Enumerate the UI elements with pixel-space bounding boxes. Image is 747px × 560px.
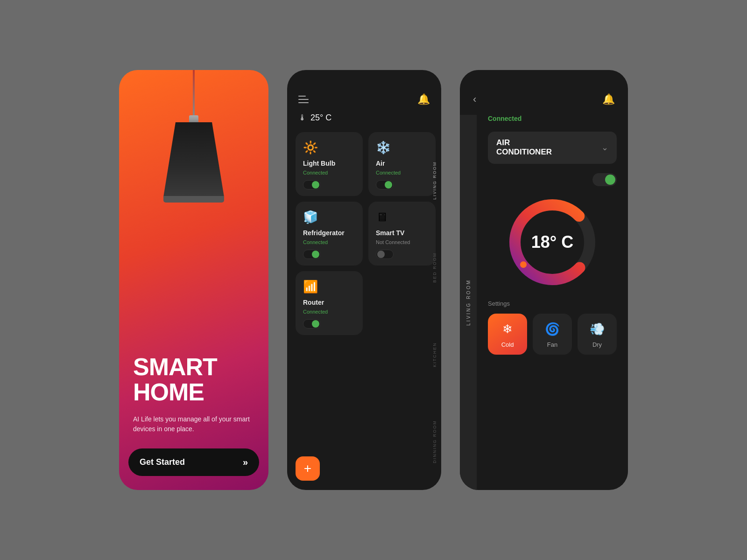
air-toggle[interactable]	[376, 180, 394, 189]
device-row-2: 🧊 Refridgerator Connected 🖥 Smart TV Not…	[296, 202, 436, 266]
light-bulb-status: Connected	[303, 170, 355, 175]
router-toggle[interactable]	[303, 319, 321, 329]
air-icon: ❄️	[376, 140, 428, 155]
get-started-button[interactable]: Get Started »	[128, 448, 259, 476]
get-started-container: Get Started »	[128, 448, 259, 476]
back-button[interactable]: ‹	[473, 93, 476, 105]
thermometer-icon: 🌡	[298, 113, 307, 123]
power-knob	[605, 175, 615, 185]
hamburger-line2	[298, 99, 309, 100]
dry-icon: 💨	[590, 322, 605, 336]
refrigerator-toggle[interactable]	[303, 250, 321, 259]
connection-status: Connected	[488, 115, 617, 122]
smart-tv-status: Not Connected	[376, 239, 428, 245]
hamburger-line1	[298, 96, 306, 97]
power-toggle[interactable]	[592, 173, 617, 186]
router-name: Router	[303, 299, 355, 306]
title-line2: HOME	[133, 378, 204, 406]
settings-title: Settings	[488, 300, 617, 307]
air-name: Air	[376, 160, 428, 167]
gauge-temperature-label: 18° C	[531, 232, 573, 252]
cold-icon: ❄	[502, 322, 513, 336]
router-card[interactable]: 📶 Router Connected	[296, 271, 363, 335]
hamburger-line3	[298, 102, 309, 103]
lamp-bottom	[163, 196, 224, 203]
dry-mode-card[interactable]: 💨 Dry	[578, 314, 617, 355]
phone1-smart-home: SMART HOME AI Life lets you manage all o…	[119, 70, 268, 490]
light-bulb-knob	[312, 181, 319, 189]
phone3-content: Connected AIRCONDITIONER ⌄	[477, 115, 628, 490]
router-icon: 📶	[303, 280, 355, 294]
notification-icon[interactable]: 🔔	[417, 93, 430, 105]
light-bulb-name: Light Bulb	[303, 160, 355, 167]
fan-label: Fan	[547, 341, 557, 348]
temperature-value: 25° C	[310, 113, 331, 123]
air-status: Connected	[376, 170, 428, 175]
phone3-header: ‹ 🔔	[460, 70, 628, 115]
fan-mode-card[interactable]: 🌀 Fan	[533, 314, 572, 355]
phone2-main-area: 🔆 Light Bulb Connected ❄️ Air Connected	[287, 132, 441, 490]
refrigerator-status: Connected	[303, 239, 355, 245]
room-sidebar: LIVING ROOM BED ROOM KITCHEN DINNING ROO…	[428, 132, 441, 490]
lamp-shade	[163, 122, 224, 197]
air-knob	[385, 181, 392, 189]
smart-tv-card[interactable]: 🖥 Smart TV Not Connected	[368, 202, 436, 266]
title-line1: SMART	[133, 353, 217, 380]
arrow-icon: »	[243, 457, 248, 468]
cold-mode-card[interactable]: ❄ Cold	[488, 314, 527, 355]
refrigerator-knob	[312, 251, 319, 258]
phone3-main: LIVING ROOM Connected AIRCONDITIONER ⌄	[460, 115, 628, 490]
phone3-ac-control: ‹ 🔔 LIVING ROOM Connected AIRCONDITIONER…	[460, 70, 628, 490]
power-row	[488, 173, 617, 186]
refrigerator-card[interactable]: 🧊 Refridgerator Connected	[296, 202, 363, 266]
lamp-wire	[193, 70, 195, 117]
sidebar-kitchen[interactable]: KITCHEN	[428, 311, 441, 399]
cold-label: Cold	[501, 341, 514, 348]
phone2-header: 🔔	[287, 70, 441, 113]
smart-tv-knob	[377, 251, 385, 258]
menu-icon[interactable]	[298, 96, 309, 103]
refrigerator-icon: 🧊	[303, 210, 355, 224]
settings-section: Settings ❄ Cold 🌀 Fan 💨 Dry	[488, 300, 617, 355]
fan-icon: 🌀	[545, 322, 560, 336]
mode-cards: ❄ Cold 🌀 Fan 💨 Dry	[488, 314, 617, 355]
dry-label: Dry	[592, 341, 602, 348]
sidebar-dinning-room[interactable]: DINNING ROOM	[428, 398, 441, 485]
sidebar-living-room[interactable]: LIVING ROOM	[428, 137, 441, 224]
smart-tv-toggle[interactable]	[376, 250, 394, 259]
device-grid: 🔆 Light Bulb Connected ❄️ Air Connected	[287, 132, 441, 490]
smart-tv-name: Smart TV	[376, 229, 428, 237]
device-row-3: 📶 Router Connected	[296, 271, 436, 335]
smart-tv-icon: 🖥	[376, 210, 428, 224]
light-bulb-icon: 🔆	[303, 140, 355, 155]
add-device-button[interactable]: +	[296, 456, 320, 481]
light-bulb-toggle[interactable]	[303, 180, 321, 189]
phone1-title: SMART HOME	[133, 354, 254, 405]
svg-point-2	[520, 261, 527, 268]
sidebar-bed-room[interactable]: BED ROOM	[428, 224, 441, 311]
chevron-down-icon: ⌄	[601, 142, 608, 153]
phone3-notification-icon[interactable]: 🔔	[602, 93, 615, 105]
phone3-room-sidebar: LIVING ROOM	[460, 115, 477, 490]
get-started-label: Get Started	[140, 457, 185, 467]
air-card[interactable]: ❄️ Air Connected	[368, 132, 436, 196]
router-knob	[312, 320, 319, 328]
light-bulb-card[interactable]: 🔆 Light Bulb Connected	[296, 132, 363, 196]
phone1-subtitle: AI Life lets you manage all of your smar…	[133, 414, 254, 434]
selected-device-name: AIRCONDITIONER	[496, 138, 552, 157]
phone2-devices: 🔔 🌡 25° C 🔆 Light Bulb Connected ❄️ Air	[287, 70, 441, 490]
phone1-text-content: SMART HOME AI Life lets you manage all o…	[133, 354, 254, 434]
add-icon: +	[304, 461, 311, 476]
device-row-1: 🔆 Light Bulb Connected ❄️ Air Connected	[296, 132, 436, 196]
temperature-display: 🌡 25° C	[287, 113, 441, 132]
temperature-gauge: 18° C	[488, 196, 617, 289]
router-status: Connected	[303, 309, 355, 315]
refrigerator-name: Refridgerator	[303, 229, 355, 237]
device-selector[interactable]: AIRCONDITIONER ⌄	[488, 132, 617, 164]
phone3-sidebar-label: LIVING ROOM	[466, 279, 471, 326]
